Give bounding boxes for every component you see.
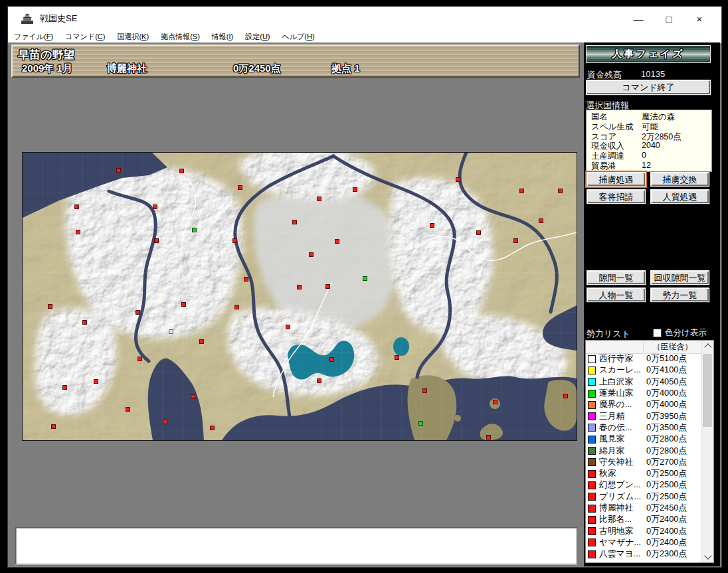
map-marker-red[interactable] — [317, 197, 321, 201]
map-marker-red[interactable] — [62, 385, 67, 390]
map-marker-red[interactable] — [286, 325, 290, 329]
map-marker-red[interactable] — [558, 189, 563, 193]
map-marker-red[interactable] — [199, 339, 204, 344]
menu-item-c[interactable]: コマンド(C) — [59, 32, 111, 42]
map-marker-red[interactable] — [329, 357, 334, 362]
info-row: 貿易港12 — [591, 161, 711, 171]
prisoner-button-0[interactable]: 捕虜処遇 — [587, 172, 646, 187]
close-button[interactable]: × — [684, 7, 715, 31]
power-list-item[interactable]: 古明地家0万2400点 — [586, 525, 702, 536]
map-marker-red[interactable] — [94, 379, 98, 384]
menu-item-i[interactable]: 情報(I) — [206, 32, 239, 42]
map-marker-green[interactable] — [192, 228, 197, 232]
map-marker-red[interactable] — [335, 239, 339, 244]
map-marker-red[interactable] — [476, 230, 481, 235]
map-marker-red[interactable] — [48, 304, 52, 309]
map-marker-red[interactable] — [116, 168, 121, 173]
map-marker-red[interactable] — [153, 205, 157, 209]
map-marker-red[interactable] — [317, 378, 321, 383]
map-marker-red[interactable] — [456, 177, 460, 182]
power-list-item[interactable]: ヤマザナ...0万2400点 — [586, 537, 702, 548]
chevron-down-icon[interactable] — [704, 552, 711, 559]
power-list-item[interactable]: 春の伝...0万3500点 — [586, 422, 702, 434]
map-marker-red[interactable] — [325, 284, 330, 289]
faction-score: 0万4000点 — [646, 399, 687, 410]
power-list-item[interactable]: 比那名...0万2400点 — [586, 514, 702, 525]
prisoner-button-1[interactable]: 捕虜交換 — [650, 172, 709, 187]
map-view[interactable] — [22, 152, 577, 441]
power-list-item[interactable]: プリズム...0万2500点 — [586, 491, 702, 503]
power-list-item[interactable]: 魔界の...0万4000点 — [586, 399, 702, 410]
map-marker-red[interactable] — [309, 252, 314, 257]
map-marker-red[interactable] — [238, 185, 242, 190]
list-button-1[interactable]: 回収隙間一覧 — [650, 270, 709, 285]
color-display-checkbox[interactable] — [653, 329, 662, 337]
map-marker-red[interactable] — [563, 394, 568, 398]
map-marker-green[interactable] — [418, 421, 423, 426]
menu-item-h[interactable]: ヘルプ(H) — [276, 32, 321, 42]
power-list-item[interactable]: 秋家0万2500点 — [586, 468, 702, 479]
map-marker-red[interactable] — [422, 388, 427, 393]
list-button-2[interactable]: 人物一覧 — [587, 287, 646, 302]
map-marker-red[interactable] — [181, 302, 186, 307]
power-list-scrollbar[interactable] — [701, 341, 713, 562]
map-marker-red[interactable] — [244, 277, 248, 282]
map-marker-red[interactable] — [136, 310, 140, 315]
power-list[interactable]: （臣従含） 西行寺家0万5100点スカーレ...0万4100点上白沢家0万405… — [585, 340, 714, 563]
map-marker-red[interactable] — [292, 220, 297, 224]
map-marker-red[interactable] — [163, 420, 167, 424]
power-list-item[interactable]: 幻想ブン...0万2500点 — [586, 479, 702, 491]
power-list-item[interactable]: 守矢神社0万2700点 — [586, 457, 702, 468]
prisoner-button-3[interactable]: 人質処遇 — [650, 189, 709, 204]
chevron-up-icon[interactable] — [704, 343, 711, 351]
map-marker-red[interactable] — [210, 426, 215, 430]
map-marker-red[interactable] — [126, 407, 130, 412]
map-marker-red[interactable] — [430, 223, 434, 228]
map-marker-red[interactable] — [297, 285, 302, 289]
map-marker-red[interactable] — [395, 355, 399, 360]
map-marker-red[interactable] — [539, 218, 543, 223]
end-command-button[interactable]: コマンド終了 — [586, 80, 711, 95]
menu-item-f[interactable]: ファイル(F) — [8, 32, 59, 42]
prisoner-button-2[interactable]: 客将招請 — [587, 189, 646, 204]
map-marker-red[interactable] — [76, 230, 80, 234]
power-list-item[interactable]: 三月精0万3950点 — [586, 410, 702, 422]
power-list-item[interactable]: 風見家0万2800点 — [586, 434, 702, 445]
faction-score: 0万2500点 — [646, 479, 687, 491]
scrollbar-thumb[interactable] — [703, 354, 712, 427]
minimize-button[interactable]: — — [623, 7, 654, 31]
maximize-button[interactable]: □ — [654, 7, 684, 31]
list-button-3[interactable]: 勢力一覧 — [650, 287, 709, 302]
map-marker-red[interactable] — [191, 394, 195, 399]
map-marker-green[interactable] — [363, 276, 367, 281]
map-marker-red[interactable] — [82, 320, 87, 325]
list-button-0[interactable]: 隙間一覧 — [587, 270, 646, 285]
map-marker-red[interactable] — [179, 169, 184, 173]
map-marker-red[interactable] — [51, 424, 56, 429]
map-marker-red[interactable] — [513, 238, 518, 243]
map-marker-red[interactable] — [154, 238, 159, 243]
faction-color-swatch — [588, 550, 596, 558]
map-marker-red[interactable] — [519, 189, 524, 193]
power-list-item[interactable]: 八雲マヨ...0万2300点 — [586, 548, 702, 560]
power-list-item[interactable]: 上白沢家0万4050点 — [586, 376, 702, 388]
map-marker-red[interactable] — [486, 435, 491, 440]
menu-item-u[interactable]: 設定(U) — [239, 32, 276, 42]
power-list-item[interactable]: スカーレ...0万4100点 — [586, 365, 702, 376]
map-marker-red[interactable] — [232, 238, 237, 243]
map-marker-red[interactable] — [493, 400, 498, 404]
menu-item-k[interactable]: 国選択(K) — [111, 32, 155, 42]
map-marker-pale[interactable] — [169, 329, 173, 334]
power-list-item[interactable]: 博麗神社0万2450点 — [586, 503, 702, 514]
map-marker-red[interactable] — [74, 205, 79, 209]
map-marker-red[interactable] — [137, 357, 142, 361]
app-window: 戦国史SE — □ × ファイル(F)コマンド(C)国選択(K)拠点情報(S)情… — [7, 6, 722, 568]
map-marker-red[interactable] — [353, 187, 357, 192]
faction-score: 0万2400点 — [646, 526, 687, 537]
menu-item-s[interactable]: 拠点情報(S) — [155, 32, 206, 42]
power-list-item[interactable]: 西行寺家0万5100点 — [586, 353, 702, 365]
map-marker-red[interactable] — [234, 305, 239, 309]
power-list-item[interactable]: 綿月家0万2800点 — [586, 445, 702, 456]
power-list-item[interactable]: 蓬莱山家0万4000点 — [586, 388, 702, 399]
side-panel: 人事フェイズ 資金残高 10135 コマンド終了 選択国情報 国名魔法の森スペル… — [584, 42, 720, 566]
